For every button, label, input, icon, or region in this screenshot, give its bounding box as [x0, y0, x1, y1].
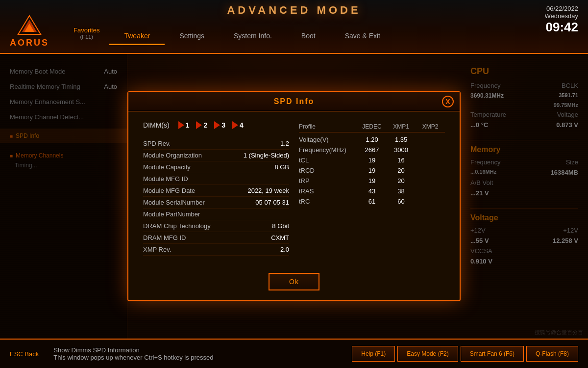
mode-title: ADVANCED MODE [227, 4, 361, 17]
header: ADVANCED MODE AORUS Favorites (F11) Twea… [0, 0, 588, 54]
timing-col-label: Profile [299, 123, 357, 130]
timing-col-xmp1: XMP1 [387, 123, 416, 130]
dimm-arrow-1 [178, 121, 184, 129]
tab-boot[interactable]: Boot [287, 28, 330, 45]
spd-row-6: Module PartNumber [143, 209, 289, 220]
spd-row-9: XMP Rev. 2.0 [143, 244, 289, 256]
spd-row-8: DRAM MFG ID CXMT [143, 232, 289, 244]
ok-button[interactable]: Ok [269, 273, 319, 290]
easy-mode-button[interactable]: Easy Mode (F2) [397, 346, 458, 362]
spd-row-0: SPD Rev. 1.2 [143, 138, 289, 150]
spd-row-2: Module Capacity 8 GB [143, 161, 289, 173]
dimm-selector-row: DIMM(s) 1 2 3 [143, 121, 289, 129]
dimm-num-3: 3 [221, 121, 225, 129]
tab-favorites[interactable]: Favorites (F11) [64, 23, 109, 45]
dialog-right-col: Profile JEDEC XMP1 XMP2 Voltage(V) 1.20 … [299, 121, 445, 256]
logo-area: AORUS [10, 15, 49, 48]
timing-header-row: Profile JEDEC XMP1 XMP2 [299, 121, 445, 132]
logo-text: AORUS [10, 38, 49, 48]
spd-row-5: Module SerialNumber 05 07 05 31 [143, 197, 289, 209]
day-display: Wednesday [545, 12, 578, 20]
dialog-left-col: DIMM(s) 1 2 3 [143, 121, 289, 256]
dialog-header: SPD Info X [128, 92, 460, 111]
dimm-num-2: 2 [203, 121, 207, 129]
time-display: 09:42 [545, 20, 578, 35]
bottom-hints: Show Dimms SPD Information This window p… [53, 346, 213, 361]
main-content: Memory Boot Mode Auto Realtime Memory Ti… [0, 54, 588, 339]
esc-back-button[interactable]: ESC Back [10, 350, 39, 358]
qflash-button[interactable]: Q-Flash (F8) [526, 346, 578, 362]
dialog-title: SPD Info [274, 97, 315, 106]
timing-row-1: Frequency(MHz) 2667 3000 [299, 145, 445, 155]
spd-info-dialog: SPD Info X DIMM(s) 1 2 [127, 91, 461, 301]
tab-tweaker[interactable]: Tweaker [109, 28, 165, 45]
hint-2: This window pops up whenever Ctrl+S hotk… [53, 354, 213, 361]
spd-row-1: Module Organization 1 (Single-Sided) [143, 150, 289, 161]
timing-row-6: tRC 61 60 [299, 196, 445, 207]
dialog-footer: Ok [128, 265, 460, 300]
dimm-arrow-4 [232, 121, 238, 129]
dimm-arrow-2 [196, 121, 202, 129]
spd-row-7: DRAM Chip Technology 8 Gbit [143, 220, 289, 232]
tab-system-info[interactable]: System Info. [219, 28, 287, 45]
dimm-num-1: 1 [186, 121, 190, 129]
datetime: 06/22/2022 Wednesday 09:42 [545, 5, 578, 35]
dimm-btn-4[interactable]: 4 [232, 121, 244, 129]
timing-col-jedec: JEDEC [357, 123, 387, 130]
timing-row-5: tRAS 43 38 [299, 186, 445, 196]
dialog-overlay: SPD Info X DIMM(s) 1 2 [0, 54, 588, 339]
timing-col-xmp2: XMP2 [416, 123, 445, 130]
dimm-arrow-3 [214, 121, 220, 129]
hint-1: Show Dimms SPD Information [53, 346, 213, 354]
smart-fan-button[interactable]: Smart Fan 6 (F6) [461, 346, 524, 362]
dialog-close-button[interactable]: X [442, 96, 454, 107]
tab-save-exit[interactable]: Save & Exit [330, 28, 395, 45]
timing-table: Profile JEDEC XMP1 XMP2 Voltage(V) 1.20 … [299, 121, 445, 207]
dimm-btn-1[interactable]: 1 [178, 121, 190, 129]
dimm-num-4: 4 [240, 121, 244, 129]
dimm-btn-3[interactable]: 3 [214, 121, 225, 129]
spd-fields-table: SPD Rev. 1.2 Module Organization 1 (Sing… [143, 138, 289, 256]
spd-row-3: Module MFG ID [143, 173, 289, 185]
timing-row-2: tCL 19 16 [299, 155, 445, 165]
bottom-bar: ESC Back Show Dimms SPD Information This… [0, 339, 588, 368]
timing-row-0: Voltage(V) 1.20 1.35 [299, 134, 445, 145]
help-button[interactable]: Help (F1) [352, 346, 395, 362]
nav-tabs: Favorites (F11) Tweaker Settings System … [64, 23, 578, 45]
spd-row-4: Module MFG Date 2022, 19 week [143, 185, 289, 197]
dimm-btn-2[interactable]: 2 [196, 121, 207, 129]
timing-row-3: tRCD 19 20 [299, 165, 445, 176]
timing-row-4: tRP 19 20 [299, 176, 445, 186]
tab-settings[interactable]: Settings [165, 28, 219, 45]
date-display: 06/22/2022 [545, 5, 578, 12]
bottom-help: ESC Back Show Dimms SPD Information This… [10, 346, 214, 361]
aorus-logo-icon [17, 15, 42, 37]
dimm-label: DIMM(s) [143, 121, 170, 129]
bottom-buttons: Help (F1) Easy Mode (F2) Smart Fan 6 (F6… [352, 346, 578, 362]
dialog-body: DIMM(s) 1 2 3 [128, 111, 460, 265]
